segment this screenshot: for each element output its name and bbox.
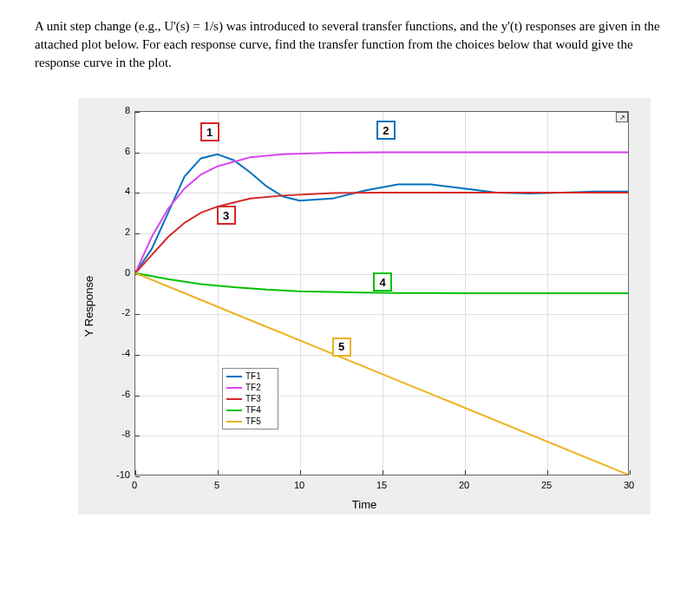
legend-swatch (226, 387, 242, 389)
legend-swatch (226, 421, 242, 423)
y-tick-label: 8 (111, 105, 130, 115)
curve-TF5 (135, 273, 628, 475)
legend-swatch (226, 376, 242, 377)
legend-swatch (226, 410, 242, 411)
x-tick-label: 10 (294, 480, 304, 490)
legend-item: TF1 (226, 370, 274, 382)
legend: TF1TF2TF3TF4TF5 (222, 368, 278, 429)
legend-item: TF3 (226, 393, 274, 404)
curve-label-2: 2 (376, 121, 396, 140)
legend-item: TF5 (226, 416, 274, 427)
curve-label-1: 1 (200, 122, 219, 141)
curve-label-4: 4 (373, 272, 392, 292)
legend-item: TF2 (226, 382, 274, 393)
curve-TF1 (135, 154, 628, 273)
curve-label-3: 3 (217, 206, 236, 225)
y-tick-label: 2 (111, 226, 130, 237)
y-axis-label: Y Response (82, 276, 95, 338)
legend-item: TF4 (226, 404, 274, 416)
curves-svg (135, 112, 628, 475)
curve-TF2 (135, 152, 628, 272)
x-tick-label: 5 (214, 480, 219, 490)
problem-statement: A unit step change (e.g., U'(s) = 1/s) w… (35, 17, 665, 72)
y-tick-label: -10 (111, 469, 130, 480)
x-axis-label: Time (352, 498, 376, 511)
curve-TF3 (135, 193, 628, 273)
x-tick-label: 25 (541, 480, 552, 490)
y-tick-label: -6 (111, 389, 130, 399)
x-tick-label: 15 (376, 480, 387, 490)
legend-label: TF1 (245, 371, 261, 381)
plot-area: ↗ 12345TF1TF2TF3TF4TF5 (134, 111, 629, 475)
y-tick-label: 0 (111, 267, 130, 278)
y-tick-label: -2 (111, 307, 130, 318)
legend-label: TF2 (245, 383, 261, 392)
legend-label: TF3 (245, 394, 261, 403)
legend-label: TF4 (245, 405, 261, 415)
y-tick-label: -8 (111, 429, 130, 439)
x-tick-label: 0 (132, 480, 137, 490)
chart-container: Y Response Time ↗ 12345TF1TF2TF3TF4TF5 -… (78, 98, 651, 515)
x-tick-label: 30 (624, 480, 634, 490)
x-tick-label: 20 (459, 480, 469, 490)
y-tick-label: 4 (111, 186, 130, 196)
legend-swatch (226, 398, 242, 400)
legend-label: TF5 (245, 416, 261, 426)
curve-label-5: 5 (332, 338, 351, 357)
y-tick-label: 6 (111, 146, 130, 156)
y-tick-label: -4 (111, 348, 130, 358)
